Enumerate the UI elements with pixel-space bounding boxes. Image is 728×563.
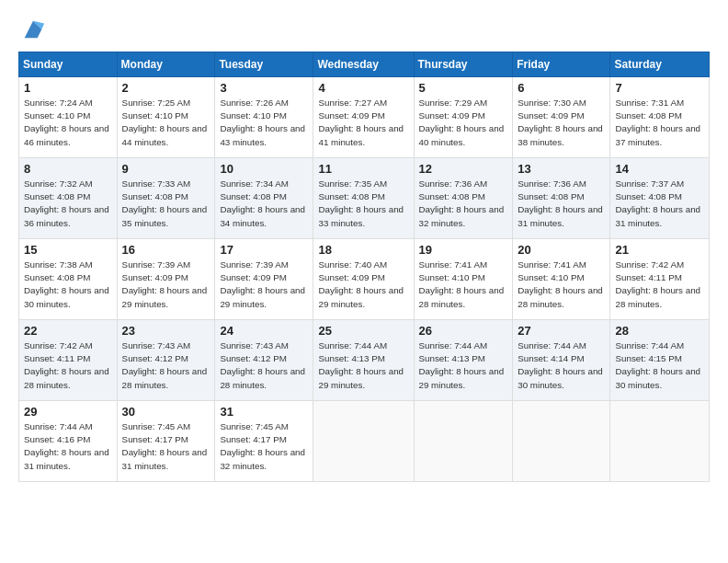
day-detail: Sunrise: 7:45 AMSunset: 4:17 PMDaylight:… [122, 421, 208, 471]
day-detail: Sunrise: 7:38 AMSunset: 4:08 PMDaylight:… [24, 259, 109, 309]
day-number: 30 [122, 405, 210, 419]
day-cell: 8 Sunrise: 7:32 AMSunset: 4:08 PMDayligh… [19, 158, 118, 239]
day-number: 13 [518, 162, 605, 176]
day-detail: Sunrise: 7:44 AMSunset: 4:14 PMDaylight:… [518, 340, 603, 390]
day-detail: Sunrise: 7:35 AMSunset: 4:08 PMDaylight:… [318, 178, 404, 228]
day-detail: Sunrise: 7:44 AMSunset: 4:15 PMDaylight:… [615, 340, 700, 390]
day-cell: 1 Sunrise: 7:24 AMSunset: 4:10 PMDayligh… [19, 77, 118, 158]
dow-header-sunday: Sunday [19, 52, 118, 77]
day-cell: 9 Sunrise: 7:33 AMSunset: 4:08 PMDayligh… [117, 158, 215, 239]
dow-header-monday: Monday [117, 52, 215, 77]
day-cell: 16 Sunrise: 7:39 AMSunset: 4:09 PMDaylig… [117, 239, 215, 320]
day-detail: Sunrise: 7:27 AMSunset: 4:09 PMDaylight:… [318, 98, 404, 147]
day-cell: 24 Sunrise: 7:43 AMSunset: 4:12 PMDaylig… [215, 320, 313, 401]
day-detail: Sunrise: 7:42 AMSunset: 4:11 PMDaylight:… [24, 340, 109, 390]
day-number: 29 [24, 405, 112, 419]
day-detail: Sunrise: 7:29 AMSunset: 4:09 PMDaylight:… [419, 98, 505, 147]
day-number: 14 [615, 162, 704, 176]
calendar-body: 1 Sunrise: 7:24 AMSunset: 4:10 PMDayligh… [19, 77, 710, 482]
day-cell: 26 Sunrise: 7:44 AMSunset: 4:13 PMDaylig… [414, 320, 513, 401]
day-detail: Sunrise: 7:43 AMSunset: 4:12 PMDaylight:… [122, 340, 208, 390]
logo [18, 17, 46, 42]
day-number: 12 [419, 162, 508, 176]
day-number: 6 [518, 81, 605, 95]
day-detail: Sunrise: 7:36 AMSunset: 4:08 PMDaylight:… [419, 178, 505, 228]
day-cell: 19 Sunrise: 7:41 AMSunset: 4:10 PMDaylig… [414, 239, 513, 320]
day-cell: 3 Sunrise: 7:26 AMSunset: 4:10 PMDayligh… [215, 77, 313, 158]
day-cell: 29 Sunrise: 7:44 AMSunset: 4:16 PMDaylig… [19, 401, 118, 482]
day-detail: Sunrise: 7:45 AMSunset: 4:17 PMDaylight:… [220, 421, 305, 471]
day-detail: Sunrise: 7:39 AMSunset: 4:09 PMDaylight:… [122, 259, 208, 309]
day-cell: 12 Sunrise: 7:36 AMSunset: 4:08 PMDaylig… [414, 158, 513, 239]
day-number: 18 [318, 243, 408, 257]
day-detail: Sunrise: 7:44 AMSunset: 4:13 PMDaylight:… [419, 340, 505, 390]
day-number: 28 [615, 324, 704, 338]
day-number: 19 [419, 243, 508, 257]
dow-header-tuesday: Tuesday [215, 52, 313, 77]
day-detail: Sunrise: 7:31 AMSunset: 4:08 PMDaylight:… [615, 98, 700, 147]
day-cell: 13 Sunrise: 7:36 AMSunset: 4:08 PMDaylig… [513, 158, 610, 239]
week-row-5: 29 Sunrise: 7:44 AMSunset: 4:16 PMDaylig… [19, 401, 710, 482]
day-detail: Sunrise: 7:32 AMSunset: 4:08 PMDaylight:… [24, 178, 109, 228]
day-cell [313, 401, 414, 482]
day-detail: Sunrise: 7:41 AMSunset: 4:10 PMDaylight:… [518, 259, 603, 309]
day-number: 31 [220, 405, 308, 419]
day-number: 3 [220, 81, 308, 95]
day-detail: Sunrise: 7:30 AMSunset: 4:09 PMDaylight:… [518, 98, 603, 147]
day-detail: Sunrise: 7:26 AMSunset: 4:10 PMDaylight:… [220, 98, 305, 147]
logo-icon [20, 17, 46, 42]
day-cell: 22 Sunrise: 7:42 AMSunset: 4:11 PMDaylig… [19, 320, 118, 401]
day-cell: 6 Sunrise: 7:30 AMSunset: 4:09 PMDayligh… [513, 77, 610, 158]
day-cell: 18 Sunrise: 7:40 AMSunset: 4:09 PMDaylig… [313, 239, 414, 320]
day-cell: 17 Sunrise: 7:39 AMSunset: 4:09 PMDaylig… [215, 239, 313, 320]
day-number: 27 [518, 324, 605, 338]
day-cell: 14 Sunrise: 7:37 AMSunset: 4:08 PMDaylig… [610, 158, 710, 239]
day-cell: 27 Sunrise: 7:44 AMSunset: 4:14 PMDaylig… [513, 320, 610, 401]
day-number: 23 [122, 324, 210, 338]
day-cell: 4 Sunrise: 7:27 AMSunset: 4:09 PMDayligh… [313, 77, 414, 158]
day-number: 26 [419, 324, 508, 338]
day-detail: Sunrise: 7:42 AMSunset: 4:11 PMDaylight:… [615, 259, 700, 309]
day-number: 1 [24, 81, 112, 95]
day-number: 21 [615, 243, 704, 257]
day-cell [610, 401, 710, 482]
week-row-1: 1 Sunrise: 7:24 AMSunset: 4:10 PMDayligh… [19, 77, 710, 158]
day-detail: Sunrise: 7:25 AMSunset: 4:10 PMDaylight:… [122, 98, 208, 147]
day-detail: Sunrise: 7:43 AMSunset: 4:12 PMDaylight:… [220, 340, 305, 390]
day-number: 10 [220, 162, 308, 176]
week-row-4: 22 Sunrise: 7:42 AMSunset: 4:11 PMDaylig… [19, 320, 710, 401]
day-cell [513, 401, 610, 482]
day-number: 25 [318, 324, 408, 338]
day-number: 15 [24, 243, 112, 257]
day-detail: Sunrise: 7:33 AMSunset: 4:08 PMDaylight:… [122, 178, 208, 228]
day-cell: 7 Sunrise: 7:31 AMSunset: 4:08 PMDayligh… [610, 77, 710, 158]
day-number: 8 [24, 162, 112, 176]
dow-header-saturday: Saturday [610, 52, 710, 77]
day-detail: Sunrise: 7:44 AMSunset: 4:16 PMDaylight:… [24, 421, 109, 471]
days-of-week-row: SundayMondayTuesdayWednesdayThursdayFrid… [19, 52, 710, 77]
day-cell: 30 Sunrise: 7:45 AMSunset: 4:17 PMDaylig… [117, 401, 215, 482]
day-number: 5 [419, 81, 508, 95]
week-row-3: 15 Sunrise: 7:38 AMSunset: 4:08 PMDaylig… [19, 239, 710, 320]
day-detail: Sunrise: 7:34 AMSunset: 4:08 PMDaylight:… [220, 178, 305, 228]
day-number: 17 [220, 243, 308, 257]
day-cell: 10 Sunrise: 7:34 AMSunset: 4:08 PMDaylig… [215, 158, 313, 239]
week-row-2: 8 Sunrise: 7:32 AMSunset: 4:08 PMDayligh… [19, 158, 710, 239]
header [18, 17, 710, 42]
day-cell: 11 Sunrise: 7:35 AMSunset: 4:08 PMDaylig… [313, 158, 414, 239]
day-number: 22 [24, 324, 112, 338]
day-number: 2 [122, 81, 210, 95]
day-number: 4 [318, 81, 408, 95]
day-detail: Sunrise: 7:41 AMSunset: 4:10 PMDaylight:… [419, 259, 505, 309]
day-cell: 31 Sunrise: 7:45 AMSunset: 4:17 PMDaylig… [215, 401, 313, 482]
day-detail: Sunrise: 7:24 AMSunset: 4:10 PMDaylight:… [24, 98, 109, 147]
day-detail: Sunrise: 7:40 AMSunset: 4:09 PMDaylight:… [318, 259, 404, 309]
day-detail: Sunrise: 7:36 AMSunset: 4:08 PMDaylight:… [518, 178, 603, 228]
dow-header-thursday: Thursday [414, 52, 513, 77]
day-number: 16 [122, 243, 210, 257]
day-detail: Sunrise: 7:39 AMSunset: 4:09 PMDaylight:… [220, 259, 305, 309]
page: SundayMondayTuesdayWednesdayThursdayFrid… [0, 0, 728, 563]
day-number: 7 [615, 81, 704, 95]
day-detail: Sunrise: 7:37 AMSunset: 4:08 PMDaylight:… [615, 178, 700, 228]
day-cell [414, 401, 513, 482]
